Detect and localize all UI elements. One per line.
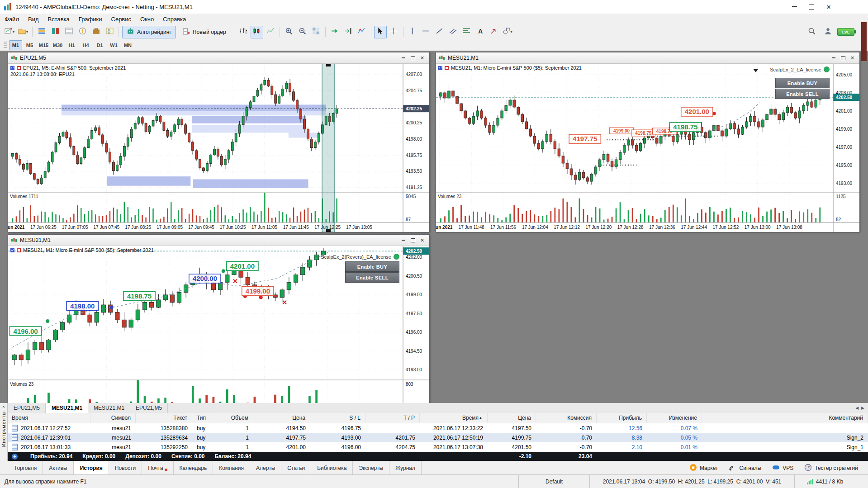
- chart-window-mesu21-m1-right[interactable]: MESU21,M1 × 4205.004203.004201.004199.00…: [436, 52, 860, 232]
- chart-tab-mesu21-m1[interactable]: MESU21,M1: [88, 403, 130, 413]
- chart-window-mesu21-m1-bottom[interactable]: MESU21,M1 × 4202.004200.504199.004197.50…: [8, 234, 430, 403]
- equidistant-channel-button[interactable]: [447, 26, 460, 38]
- minimize-button[interactable]: [787, 2, 802, 12]
- menu-графики[interactable]: Графики: [74, 14, 107, 24]
- history-row[interactable]: 2021.06.17 12:27:52mesu21135288380buy141…: [7, 423, 868, 433]
- tile-windows-button[interactable]: [310, 26, 323, 38]
- column-header-10[interactable]: Комиссия: [536, 413, 597, 423]
- depth-of-market-button[interactable]: [49, 26, 62, 38]
- menu-файл[interactable]: Файл: [0, 14, 24, 24]
- column-header-5[interactable]: Цена: [253, 413, 310, 423]
- menu-вставка[interactable]: Вставка: [43, 14, 74, 24]
- zoom-out-button[interactable]: [296, 26, 309, 38]
- crosshair-button[interactable]: [388, 26, 400, 38]
- trendline-button[interactable]: [433, 26, 446, 38]
- connection-status-icon[interactable]: LVL: [837, 28, 854, 36]
- toolbox-tab-календарь[interactable]: Календарь: [174, 461, 213, 475]
- chart-close-icon[interactable]: ×: [418, 54, 427, 62]
- chart-window-titlebar[interactable]: EPU21,M5 ×: [8, 52, 429, 64]
- chart-close-icon[interactable]: ×: [418, 237, 427, 244]
- navigator-button[interactable]: [76, 26, 89, 38]
- history-row[interactable]: 2021.06.17 12:39:01mesu21135289634buy141…: [7, 433, 868, 442]
- metaeditor-button[interactable]: {}: [103, 26, 116, 38]
- timeframe-m15[interactable]: M15: [37, 40, 50, 50]
- enable-sell-button[interactable]: Enable SELL: [775, 89, 830, 99]
- toolbox-side-tab[interactable]: × Инструменты: [0, 403, 8, 461]
- cursor-button[interactable]: [374, 26, 387, 38]
- panel-button-market[interactable]: Маркет: [685, 464, 723, 473]
- fibonacci-button[interactable]: [460, 26, 473, 38]
- enable-sell-button[interactable]: Enable SELL: [345, 272, 399, 283]
- text-label-button[interactable]: A: [474, 26, 487, 38]
- column-header-3[interactable]: Тип: [192, 413, 217, 423]
- menu-вид[interactable]: Вид: [24, 14, 43, 24]
- history-table-header[interactable]: ВремяСимволТикетТипОбъемЦенаS / LT / PВр…: [7, 413, 868, 423]
- chart-minimize-icon[interactable]: [399, 237, 408, 244]
- enable-buy-button[interactable]: Enable BUY: [775, 78, 830, 88]
- chart-close-icon[interactable]: ×: [848, 54, 857, 62]
- tabs-scroll-right-icon[interactable]: ▶: [861, 406, 864, 410]
- chart-window-titlebar[interactable]: MESU21,M1 ×: [436, 52, 859, 64]
- menu-сервис[interactable]: Сервис: [107, 14, 136, 24]
- toolbox-tab-эксперты[interactable]: Эксперты: [353, 461, 389, 475]
- toolbox-tab-библиотека[interactable]: Библиотека: [311, 461, 353, 475]
- timeframe-w1[interactable]: W1: [107, 40, 120, 50]
- panel-button-signals[interactable]: Сигналы: [725, 464, 766, 473]
- enable-buy-button[interactable]: Enable BUY: [345, 261, 399, 272]
- column-header-12[interactable]: Изменение: [647, 413, 702, 423]
- chart-minimize-icon[interactable]: [829, 54, 838, 62]
- column-header-2[interactable]: Тикет: [136, 413, 192, 423]
- bars-button[interactable]: [237, 26, 250, 38]
- timeframe-m5[interactable]: M5: [23, 40, 36, 50]
- timeframe-h4[interactable]: H4: [79, 40, 92, 50]
- close-button[interactable]: ×: [821, 2, 836, 12]
- toolbox-tab-почта[interactable]: Почта: [142, 461, 173, 475]
- market-watch-button[interactable]: [35, 26, 48, 38]
- column-header-0[interactable]: Время: [7, 413, 90, 423]
- chart-restore-icon[interactable]: [839, 54, 847, 62]
- column-header-7[interactable]: T / P: [365, 413, 420, 423]
- column-header-11[interactable]: Прибыль: [597, 413, 647, 423]
- arrow-tool-button[interactable]: [488, 26, 500, 38]
- menu-окно[interactable]: Окно: [136, 14, 158, 24]
- chart-restore-icon[interactable]: [408, 54, 417, 62]
- column-header-9[interactable]: Цена: [488, 413, 536, 423]
- chart-window-epu21-m5[interactable]: EPU21,M5 × 4207.004204.754200.254198.004…: [8, 52, 430, 232]
- zoom-in-button[interactable]: [283, 26, 295, 38]
- panel-button-vps[interactable]: VPS: [768, 464, 798, 473]
- chart-restore-icon[interactable]: [408, 237, 417, 244]
- chart-tab-epu21-m5[interactable]: EPU21,M5: [130, 403, 168, 413]
- chart-tab-epu21-m5[interactable]: EPU21,M5: [8, 403, 46, 413]
- column-header-4[interactable]: Объем: [217, 413, 253, 423]
- line-chart-button[interactable]: [264, 26, 277, 38]
- vertical-line-button[interactable]: [406, 26, 419, 38]
- new-order-button[interactable]: Новый ордер: [178, 26, 231, 38]
- column-header-1[interactable]: Символ: [90, 413, 136, 423]
- chart-canvas-mesu-right[interactable]: 4205.004203.004201.004199.004197.004195.…: [436, 64, 859, 232]
- timeframe-m30[interactable]: M30: [51, 40, 64, 50]
- chart-canvas-epu[interactable]: 4207.004204.754200.254198.004195.754193.…: [8, 64, 429, 232]
- chart-minimize-icon[interactable]: [399, 54, 408, 62]
- data-window-button[interactable]: [62, 26, 75, 38]
- new-chart-button[interactable]: ▾: [3, 26, 16, 38]
- auto-scroll-button[interactable]: [328, 26, 341, 38]
- expand-summary-icon[interactable]: +: [12, 454, 18, 460]
- timeframe-d1[interactable]: D1: [93, 40, 106, 50]
- chart-tab-mesu21-m1[interactable]: MESU21,M1: [46, 403, 88, 413]
- horizontal-line-button[interactable]: [420, 26, 432, 38]
- shapes-button[interactable]: ▾: [501, 26, 514, 38]
- search-button[interactable]: [805, 26, 818, 38]
- chart-window-titlebar[interactable]: MESU21,M1 ×: [8, 235, 429, 246]
- indicators-button[interactable]: [356, 26, 368, 38]
- panel-button-tester[interactable]: Тестер стратегий: [800, 464, 863, 473]
- column-header-13[interactable]: Комментарий: [702, 413, 868, 423]
- account-button[interactable]: [821, 26, 834, 38]
- timeframe-m1[interactable]: M1: [9, 40, 22, 50]
- candles-button[interactable]: [251, 26, 263, 38]
- menu-справка[interactable]: Справка: [158, 14, 190, 24]
- toolbox-tab-новости[interactable]: Новости: [109, 461, 142, 475]
- maximize-button[interactable]: [804, 2, 819, 12]
- toolbox-tab-журнал[interactable]: Журнал: [389, 461, 422, 475]
- toolbox-close-icon[interactable]: ×: [2, 404, 5, 409]
- toolbox-tab-статьи[interactable]: Статьи: [281, 461, 311, 475]
